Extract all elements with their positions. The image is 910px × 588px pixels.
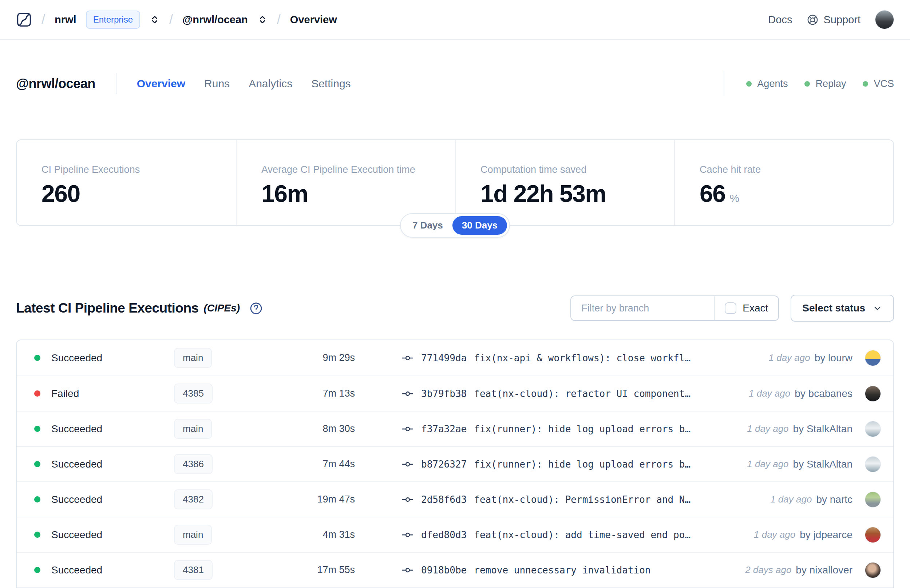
- git-commit-icon: [401, 352, 414, 364]
- branch-filter-input[interactable]: [571, 296, 714, 320]
- badge-replay[interactable]: Replay: [805, 78, 846, 89]
- duration: 4m 31s: [273, 529, 355, 540]
- git-commit-icon: [401, 388, 414, 400]
- table-row[interactable]: Succeeded 4386 7m 44s b8726327 fix(runne…: [17, 446, 893, 481]
- duration: 19m 47s: [273, 494, 355, 505]
- table-row[interactable]: Succeeded 4381 17m 55s 0918b0be remove u…: [17, 552, 893, 587]
- exact-label: Exact: [743, 302, 768, 314]
- commit-hash: b8726327: [421, 459, 467, 470]
- user-avatar[interactable]: [875, 10, 894, 29]
- table-row[interactable]: Succeeded main 8m 30s f37a32ae fix(runne…: [17, 411, 893, 446]
- help-circle-icon[interactable]: [249, 302, 263, 315]
- org-switcher-icon[interactable]: [150, 13, 160, 26]
- branch-badge: main: [174, 348, 212, 368]
- status-dot-icon: [34, 531, 40, 538]
- workspace-header: @nrwl/ocean Overview Runs Analytics Sett…: [0, 71, 910, 97]
- git-commit-icon: [401, 564, 414, 577]
- breadcrumb-separator: /: [169, 12, 173, 27]
- commit-hash: 0918b0be: [421, 565, 467, 576]
- exact-match-control[interactable]: Exact: [714, 296, 778, 320]
- table-row[interactable]: Succeeded 4382 19m 47s 2d58f6d3 feat(nx-…: [17, 481, 893, 517]
- branch-badge: 4381: [174, 560, 213, 580]
- tab-overview[interactable]: Overview: [137, 78, 185, 90]
- cipe-filters: Exact Select status: [571, 295, 894, 321]
- git-commit-icon: [401, 423, 414, 435]
- feature-status-badges: Agents Replay VCS: [724, 71, 894, 96]
- branch-filter-group: Exact: [571, 296, 779, 321]
- commit-message: feat(nx-cloud): add time-saved end po…: [474, 530, 690, 540]
- commit-message: fix(runner): hide log upload errors b…: [474, 423, 690, 435]
- topbar: / nrwl Enterprise / @nrwl/ocean / Overvi…: [0, 0, 910, 40]
- author: by StalkAltan: [793, 459, 852, 470]
- status-label: Succeeded: [51, 564, 102, 576]
- time-ago: 1 day ago: [747, 423, 789, 435]
- status-label: Succeeded: [51, 352, 102, 364]
- branch-badge: main: [174, 419, 212, 439]
- author: by nartc: [816, 494, 852, 506]
- breadcrumb-workspace[interactable]: @nrwl/ocean: [183, 14, 248, 26]
- branch-badge: 4385: [174, 383, 213, 404]
- cipe-section-subtitle: (CIPEs): [204, 302, 240, 314]
- nx-cloud-logo-icon[interactable]: [16, 11, 32, 27]
- enterprise-badge: Enterprise: [86, 11, 140, 29]
- green-dot-icon: [863, 81, 868, 87]
- commit-message: feat(nx-cloud): PermissionError and N…: [474, 494, 690, 505]
- breadcrumb-page: Overview: [290, 14, 337, 26]
- time-ago: 1 day ago: [769, 352, 810, 363]
- duration: 7m 13s: [273, 388, 355, 399]
- stats-cards: CI Pipeline Executions 260 Average CI Pi…: [16, 139, 894, 226]
- time-ago: 2 days ago: [745, 564, 791, 576]
- commit-message: feat(nx-cloud): refactor UI component…: [474, 388, 690, 399]
- breadcrumb-separator: /: [277, 12, 281, 27]
- workspace-switcher-icon[interactable]: [257, 13, 268, 26]
- status-dot-icon: [34, 355, 40, 361]
- author-avatar: [865, 491, 881, 507]
- tab-settings[interactable]: Settings: [311, 78, 351, 90]
- status-dot-icon: [34, 461, 40, 467]
- topbar-actions: Docs Support: [768, 10, 894, 29]
- support-link[interactable]: Support: [807, 14, 860, 26]
- time-ago: 1 day ago: [747, 459, 789, 470]
- git-commit-icon: [401, 529, 414, 541]
- author: by jdpearce: [800, 529, 852, 541]
- author: by StalkAltan: [793, 423, 852, 435]
- status-dot-icon: [34, 391, 40, 397]
- toggle-7-days[interactable]: 7 Days: [403, 216, 453, 235]
- workspace-title: @nrwl/ocean: [16, 76, 95, 91]
- duration: 8m 30s: [273, 423, 355, 435]
- green-dot-icon: [805, 81, 810, 87]
- commit-hash: 2d58f6d3: [421, 494, 467, 505]
- divider: [724, 71, 724, 96]
- stat-cache-hit-rate: Cache hit rate 66 %: [674, 140, 893, 225]
- cipe-section-title: Latest CI Pipeline Executions: [16, 300, 199, 316]
- badge-vcs[interactable]: VCS: [863, 78, 894, 89]
- duration: 17m 55s: [273, 564, 355, 576]
- status-label: Failed: [51, 388, 79, 399]
- author-avatar: [865, 527, 881, 543]
- percent-suffix: %: [729, 192, 739, 205]
- table-row[interactable]: Succeeded main 9m 29s 771499da fix(nx-ap…: [17, 340, 893, 375]
- exact-checkbox[interactable]: [725, 302, 736, 314]
- duration: 9m 29s: [273, 352, 355, 363]
- table-row[interactable]: Failed 4385 7m 13s 3b79fb38 feat(nx-clou…: [17, 375, 893, 411]
- cipe-section-header: Latest CI Pipeline Executions (CIPEs) Ex…: [0, 295, 910, 321]
- docs-link[interactable]: Docs: [768, 14, 792, 26]
- chevron-down-icon: [873, 304, 883, 313]
- workspace-tabs: Overview Runs Analytics Settings: [137, 78, 351, 90]
- table-row[interactable]: Succeeded main 4m 31s dfed80d3 feat(nx-c…: [17, 517, 893, 552]
- breadcrumb: / nrwl Enterprise / @nrwl/ocean / Overvi…: [16, 11, 337, 29]
- breadcrumb-org[interactable]: nrwl: [55, 14, 76, 26]
- status-select-dropdown[interactable]: Select status: [790, 295, 894, 321]
- commit-message: remove unnecessary invalidation: [474, 565, 650, 576]
- tab-analytics[interactable]: Analytics: [249, 78, 292, 90]
- git-commit-icon: [401, 458, 414, 470]
- branch-badge: 4382: [174, 489, 213, 509]
- author: by nixallover: [796, 564, 852, 576]
- author-avatar: [865, 386, 881, 402]
- tab-runs[interactable]: Runs: [204, 78, 230, 90]
- author-avatar: [865, 562, 881, 578]
- time-ago: 1 day ago: [749, 388, 790, 399]
- badge-agents[interactable]: Agents: [746, 78, 788, 89]
- author: by lourw: [815, 352, 852, 364]
- toggle-30-days[interactable]: 30 Days: [453, 216, 507, 235]
